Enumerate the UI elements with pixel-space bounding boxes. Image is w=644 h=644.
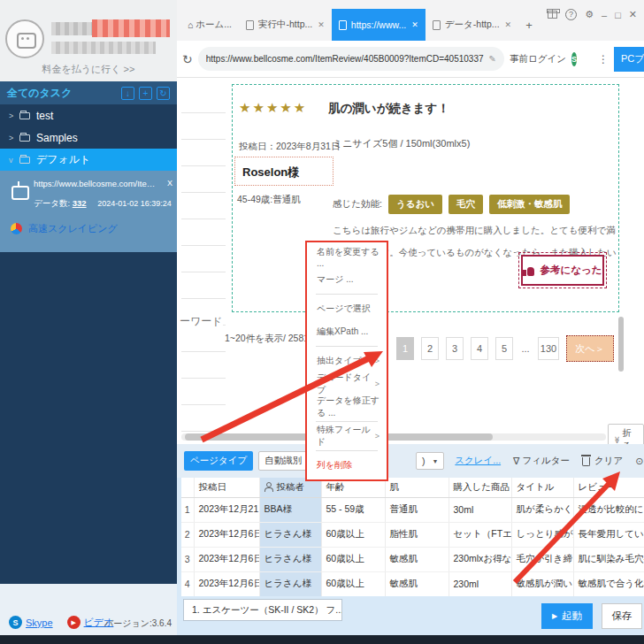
chevron-right-icon[interactable]: > (9, 134, 18, 142)
helpful-button[interactable]: 参考になった (521, 255, 604, 286)
page-dropdown-fragment[interactable]: ) ▼ (416, 452, 444, 470)
sidebar-folder-default[interactable]: v デフォルト (0, 149, 177, 171)
refresh-icon[interactable]: ↻ (182, 52, 193, 66)
page-button-2[interactable]: 2 (421, 337, 439, 360)
page-button-5[interactable]: 5 (495, 337, 513, 360)
skype-icon[interactable]: S (9, 616, 22, 629)
refresh-tasks-icon[interactable]: ↻ (157, 87, 170, 100)
cell-age[interactable]: 55 - 59歳 (321, 497, 385, 522)
pre-login-button[interactable]: 事前ログイン (510, 53, 566, 65)
cell-post-date[interactable]: 2023年12月6日 (194, 571, 259, 596)
menu-item-rename[interactable]: 名前を変更する ... (307, 245, 387, 268)
column-header-title[interactable]: タイトル (511, 478, 573, 497)
menu-item-select-on-page[interactable]: ページで選択 (307, 297, 387, 320)
video-icon[interactable]: ▶ (67, 616, 80, 629)
save-button[interactable]: 保存 (602, 603, 642, 629)
menu-item-extract-type[interactable]: 抽出タイプ > (307, 349, 387, 372)
fast-scraping-mode[interactable]: 高速スクレイピング (11, 222, 118, 235)
cell-post-date[interactable]: 2023年12月21日 (194, 497, 259, 522)
cell-post-date[interactable]: 2023年12月6日 (194, 547, 259, 571)
reviewer-selected-box[interactable]: Roselon様 (234, 157, 334, 186)
cell-poster[interactable]: ヒラさん様 (259, 522, 321, 547)
cell-review[interactable]: 浸透が比較的に良く... (573, 497, 644, 522)
tab-data[interactable]: データ-http... ✕ (426, 9, 518, 41)
page-button-4[interactable]: 4 (471, 337, 488, 360)
import-task-icon[interactable]: ↓ (121, 87, 134, 100)
settings-gear-icon[interactable]: ⚙ (585, 9, 594, 20)
menu-item-fix-data[interactable]: データを修正する ... (307, 395, 387, 418)
scrape-link[interactable]: スクレイ... (455, 455, 501, 467)
skype-link[interactable]: Skype (26, 617, 53, 628)
column-header-post-date[interactable]: 投稿日 (194, 478, 259, 497)
horizontal-scrollbar[interactable] (181, 433, 606, 441)
page-type-chip[interactable]: ページタイプ (184, 451, 253, 471)
cell-age[interactable]: 60歳以上 (321, 547, 385, 571)
cell-review[interactable]: 肌に馴染み毛穴ケア... (573, 547, 644, 571)
cell-skin[interactable]: 敏感肌 (385, 571, 448, 596)
tab-home[interactable]: ⌂ ホーム... (180, 9, 239, 41)
filter-button[interactable]: ∇ フィルター (513, 455, 570, 467)
chevron-right-icon[interactable]: > (9, 111, 18, 120)
menu-item-merge[interactable]: マージ ... (307, 268, 387, 291)
cell-product[interactable]: 230ml (448, 571, 511, 596)
cell-product[interactable]: 30ml (448, 497, 511, 522)
gift-icon[interactable] (548, 11, 557, 19)
url-input[interactable]: https://www.bellcosme.com/ItemReview/405… (198, 47, 504, 71)
data-count-link[interactable]: 332 (73, 198, 87, 208)
cell-skin[interactable]: 敏感肌 (385, 547, 448, 571)
cell-poster[interactable]: ヒラさん様 (259, 571, 321, 596)
menu-item-decode-type[interactable]: デコードタイプ > (307, 372, 387, 395)
maximize-icon[interactable]: □ (615, 10, 621, 20)
edit-url-icon[interactable]: ✎ (489, 54, 496, 64)
clear-button[interactable]: クリア (582, 455, 623, 467)
pay-fees-link[interactable]: 料金を払うに行く >> (0, 63, 177, 76)
add-task-icon[interactable]: + (139, 87, 152, 100)
run-button[interactable]: ▶ 起動 (541, 603, 593, 629)
cell-age[interactable]: 60歳以上 (321, 522, 385, 547)
go-detail-page-button[interactable]: ⊙ 詳細ページに行く (635, 455, 644, 467)
pc-browser-button[interactable]: PCブラウザ ▼ (614, 47, 644, 72)
page-button-1[interactable]: 1 (396, 337, 414, 360)
menu-item-delete-column[interactable]: 列を削除 (307, 454, 387, 477)
sidebar-folder-samples[interactable]: > Samples (0, 126, 177, 149)
tab-running[interactable]: 実行中-http... ✕ (239, 9, 332, 41)
close-window-icon[interactable]: ✕ (629, 9, 637, 20)
close-task-icon[interactable]: X (167, 179, 172, 188)
cell-title[interactable]: 敏感肌が潤います (511, 571, 573, 596)
column-header-product[interactable]: 購入した商品 (448, 478, 511, 497)
collapse-panel-button[interactable]: ≫ 折る (608, 424, 644, 444)
close-tab-icon[interactable]: ✕ (318, 20, 325, 29)
cell-review[interactable]: 長年愛用しています... (573, 522, 644, 547)
tab-active-url[interactable]: https://www... ✕ (332, 9, 426, 41)
session-green-icon[interactable]: S (571, 52, 577, 66)
menu-item-special-field[interactable]: 特殊フィールド > (307, 425, 387, 448)
cell-post-date[interactable]: 2023年12月6日 (194, 522, 259, 547)
cell-poster[interactable]: BBA様 (259, 497, 321, 522)
next-page-button[interactable]: 次へ＞ (566, 335, 614, 362)
effect-tag[interactable]: 低刺激・敏感肌 (489, 195, 571, 214)
effect-tag[interactable]: うるおい (388, 195, 442, 214)
column-header-skin[interactable]: 肌 (385, 478, 448, 497)
column-header-review[interactable]: レビュー (573, 478, 644, 497)
cell-skin[interactable]: 脂性肌 (385, 522, 448, 547)
chevron-down-icon[interactable]: v (9, 156, 18, 165)
sidebar-folder-test[interactable]: > test (0, 104, 177, 126)
task-item[interactable]: https://www.bellcosme.com/Item-スクレイピ... … (0, 171, 177, 252)
new-tab-button[interactable]: + (518, 19, 540, 32)
cell-title[interactable]: 毛穴が引き締まりま... (511, 547, 573, 571)
close-tab-icon[interactable]: ✕ (505, 20, 512, 29)
more-options-icon[interactable]: ⋮ (598, 53, 609, 65)
menu-item-edit-xpath[interactable]: 編集XPath ... (307, 320, 387, 343)
cell-product[interactable]: セット（FTエッセ... (448, 522, 511, 547)
task-url[interactable]: https://www.bellcosme.com/Item-スクレイピ... (34, 179, 159, 190)
help-icon[interactable]: ? (565, 9, 577, 20)
cell-skin[interactable]: 普通肌 (385, 497, 448, 522)
page-button-3[interactable]: 3 (446, 337, 464, 360)
effect-tag[interactable]: 毛穴 (448, 195, 483, 214)
cell-title[interactable]: 肌が柔らかく（モチモ... (511, 497, 573, 522)
cell-title[interactable]: しっとり感が肌に優... (511, 522, 573, 547)
page-button-130[interactable]: 130 (538, 337, 559, 360)
cell-product[interactable]: 230mlxお得な2本セ... (448, 547, 511, 571)
selection-dashed-box[interactable]: ★★★★★ 肌の潤いが続きます！ 投稿日：2023年8月31日 ミニサイズ5個 … (232, 84, 619, 312)
cell-review[interactable]: 敏感肌で合う化粧水... (573, 571, 644, 596)
